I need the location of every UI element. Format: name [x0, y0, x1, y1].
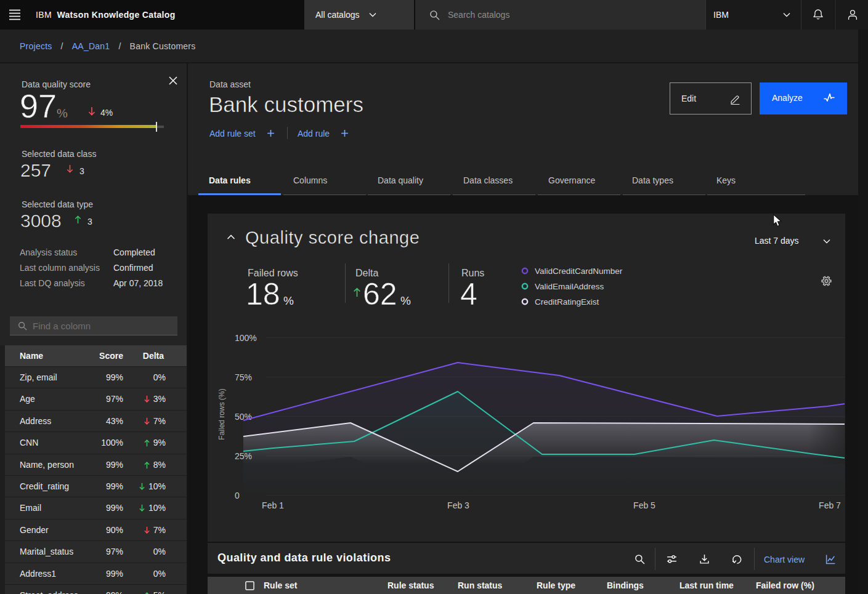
svg-text:100%: 100%: [235, 333, 257, 343]
svg-text:Feb 1: Feb 1: [262, 500, 284, 510]
svg-text:Failed rows (%): Failed rows (%): [217, 388, 226, 439]
svg-text:Feb 7: Feb 7: [819, 500, 841, 510]
svg-text:75%: 75%: [235, 372, 252, 382]
svg-text:Feb 5: Feb 5: [633, 500, 655, 510]
svg-text:0: 0: [235, 491, 240, 500]
